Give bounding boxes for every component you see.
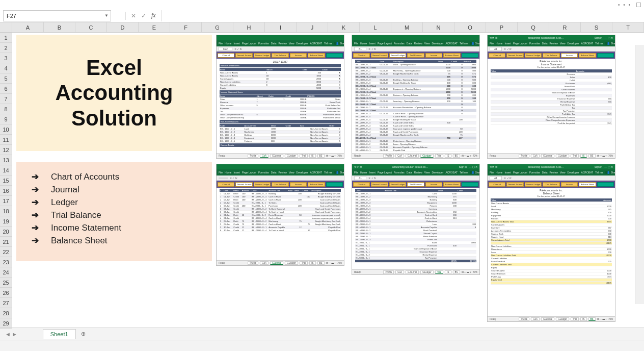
- arrow-icon: ➔: [32, 184, 39, 195]
- col-header[interactable]: S: [581, 22, 612, 32]
- col-header[interactable]: M: [391, 22, 423, 32]
- title-card: Excel Accounting Solution: [16, 35, 212, 151]
- title-line-2: Accounting: [56, 80, 173, 106]
- feature-item: ➔Chart of Accounts: [32, 171, 197, 182]
- maximize-icon[interactable]: [636, 3, 641, 7]
- col-header[interactable]: J: [297, 22, 328, 32]
- cancel-icon[interactable]: ✕: [131, 12, 136, 19]
- feature-item: ➔Balance Sheet: [32, 235, 197, 246]
- row-header[interactable]: 12: [0, 145, 12, 155]
- arrow-icon: ➔: [32, 222, 39, 233]
- row-header[interactable]: 28: [0, 308, 12, 318]
- feature-item: ➔Ledger: [32, 197, 197, 208]
- window-titlebar: • • •: [0, 0, 644, 9]
- select-all-corner[interactable]: [0, 22, 12, 32]
- thumb-journal: FileHomeInsertPage LayoutFormulasDataRev…: [216, 164, 344, 266]
- arrow-icon: ➔: [32, 171, 39, 182]
- col-header[interactable]: K: [328, 22, 360, 32]
- row-header[interactable]: 2: [0, 43, 12, 53]
- row-header[interactable]: 8: [0, 104, 12, 114]
- accept-icon[interactable]: ✓: [141, 12, 146, 19]
- col-header[interactable]: B: [44, 22, 75, 32]
- formula-bar-row: F27 ▼ ✕ ✓ fx: [0, 9, 644, 22]
- worksheet-grid: ABCDEFGHIJKLMNOPQRST 1234567891011121314…: [0, 22, 644, 328]
- thumb-chart-of-accounts: FileHomeInsertPage LayoutFormulasDataRev…: [216, 35, 344, 159]
- row-header[interactable]: 23: [0, 257, 12, 267]
- row-header[interactable]: 27: [0, 298, 12, 308]
- row-header[interactable]: 19: [0, 216, 12, 227]
- feature-item: ➔Journal: [32, 184, 197, 195]
- row-header[interactable]: 26: [0, 288, 12, 298]
- thumb-balance-sheet: ⟲ ⟳ ☰accounting solution beta 8.xls…Sign…: [487, 164, 615, 322]
- row-header[interactable]: 13: [0, 155, 12, 165]
- col-header[interactable]: N: [423, 22, 454, 32]
- row-header[interactable]: 9: [0, 114, 12, 124]
- col-header[interactable]: I: [265, 22, 297, 32]
- row-header[interactable]: 22: [0, 247, 12, 257]
- row-header[interactable]: 24: [0, 267, 12, 278]
- row-header[interactable]: 1: [0, 33, 12, 43]
- sheet-tab-bar: ◄► Sheet1 ⊕: [0, 328, 644, 340]
- name-box-value: F27: [7, 13, 16, 19]
- row-header[interactable]: 25: [0, 278, 12, 288]
- arrow-icon: ➔: [32, 210, 39, 220]
- row-header[interactable]: 10: [0, 124, 12, 135]
- row-header[interactable]: 17: [0, 196, 12, 206]
- col-header[interactable]: C: [75, 22, 107, 32]
- thumb-ledger: FileHomeInsertPage LayoutFormulasDataRev…: [352, 35, 480, 159]
- chevron-down-icon[interactable]: ▼: [104, 13, 109, 18]
- name-box[interactable]: F27 ▼: [3, 10, 111, 21]
- formula-input[interactable]: [161, 10, 644, 21]
- thumb-trial-balance: ⟲ ⟳ ☰accounting solution beta 8.xls…Sign…: [352, 164, 480, 275]
- feature-list: ➔Chart of Accounts➔Journal➔Ledger➔Trial …: [16, 162, 212, 261]
- sheet-tab-active[interactable]: Sheet1: [43, 329, 76, 339]
- row-header[interactable]: 16: [0, 186, 12, 196]
- col-header[interactable]: G: [202, 22, 233, 32]
- row-header[interactable]: 7: [0, 94, 12, 104]
- col-header[interactable]: A: [12, 22, 44, 32]
- formula-controls: ✕ ✓ fx: [125, 12, 156, 20]
- row-header[interactable]: 5: [0, 73, 12, 84]
- col-header[interactable]: Q: [518, 22, 549, 32]
- feature-item: ➔Trial Balance: [32, 210, 197, 220]
- window-menu-dots[interactable]: • • •: [618, 2, 631, 8]
- row-header[interactable]: 29: [0, 318, 12, 329]
- row-header[interactable]: 3: [0, 53, 12, 63]
- row-header[interactable]: 21: [0, 237, 12, 247]
- column-headers: ABCDEFGHIJKLMNOPQRST: [0, 22, 644, 33]
- sheet-nav-arrows[interactable]: ◄►: [0, 331, 22, 337]
- col-header[interactable]: F: [170, 22, 202, 32]
- fx-icon[interactable]: fx: [151, 12, 156, 19]
- row-headers: 1234567891011121314151617181920212223242…: [0, 33, 12, 328]
- row-header[interactable]: 15: [0, 176, 12, 186]
- col-header[interactable]: T: [612, 22, 644, 32]
- row-header[interactable]: 20: [0, 227, 12, 237]
- col-header[interactable]: O: [454, 22, 486, 32]
- title-line-3: Solution: [71, 106, 157, 131]
- row-header[interactable]: 11: [0, 135, 12, 145]
- row-header[interactable]: 6: [0, 84, 12, 94]
- status-bar: [0, 340, 644, 351]
- arrow-icon: ➔: [32, 235, 39, 246]
- thumb-income-statement: ⟲ ⟳ ☰accounting solution beta 8.xls…Sign…: [487, 35, 615, 159]
- col-header[interactable]: P: [486, 22, 518, 32]
- row-header[interactable]: 14: [0, 165, 12, 176]
- col-header[interactable]: E: [139, 22, 170, 32]
- arrow-icon: ➔: [32, 197, 39, 208]
- feature-item: ➔Income Statement: [32, 222, 197, 233]
- title-line-1: Excel: [86, 55, 142, 81]
- col-header[interactable]: R: [549, 22, 581, 32]
- sheet-canvas[interactable]: Excel Accounting Solution ➔Chart of Acco…: [12, 33, 644, 328]
- col-header[interactable]: D: [107, 22, 139, 32]
- row-header[interactable]: 4: [0, 63, 12, 73]
- vertical-scrollbar[interactable]: [635, 45, 644, 304]
- col-header[interactable]: H: [233, 22, 265, 32]
- row-header[interactable]: 18: [0, 206, 12, 216]
- col-header[interactable]: L: [360, 22, 391, 32]
- add-sheet-button[interactable]: ⊕: [78, 329, 89, 340]
